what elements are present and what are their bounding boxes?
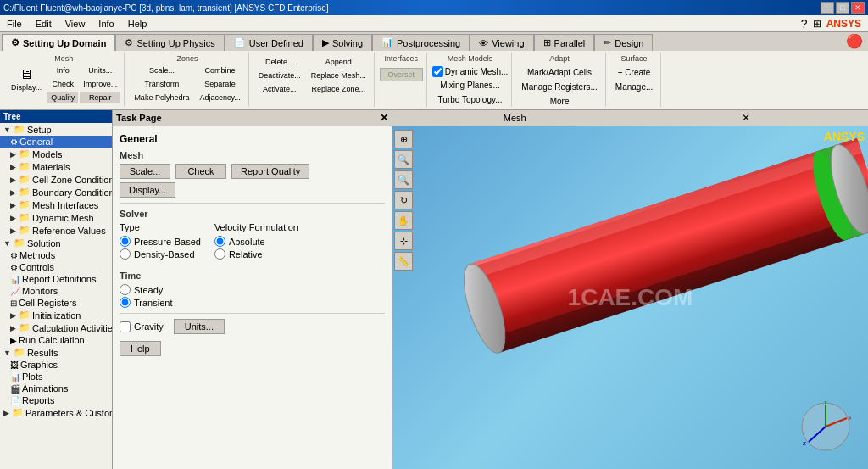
tree-monitors[interactable]: 📈 Monitors <box>0 285 112 297</box>
tree-graphics[interactable]: 🖼 Graphics <box>0 359 112 371</box>
repair-button[interactable]: Repair <box>80 92 120 103</box>
transform-button[interactable]: Transform <box>130 78 193 90</box>
turbo-topology-button[interactable]: Turbo Topology... <box>432 93 508 106</box>
units-button[interactable]: Units... <box>80 64 120 76</box>
tab-user-defined[interactable]: 📄 User Defined <box>225 34 313 51</box>
separate-button[interactable]: Separate <box>195 78 244 90</box>
tree-setup[interactable]: ▼ 📁 Setup <box>0 123 112 136</box>
make-polyhedra-button[interactable]: Make Polyhedra <box>130 92 193 103</box>
tree-run-calculation[interactable]: ▶ Run Calculation <box>0 334 112 346</box>
relative-radio[interactable] <box>214 248 225 260</box>
transient-radio[interactable] <box>120 297 131 308</box>
tree-calc-activities[interactable]: ▶ 📁 Calculation Activities <box>0 321 112 334</box>
gravity-checkbox[interactable] <box>120 321 131 332</box>
restore-button[interactable]: □ <box>836 2 849 14</box>
manage-registers-button[interactable]: Manage Registers... <box>517 81 602 93</box>
menu-info[interactable]: Info <box>92 15 120 31</box>
tree-parameters[interactable]: ▶ 📁 Parameters & Customiz... <box>0 406 112 419</box>
tree-boundary[interactable]: ▶ 📁 Boundary Conditions <box>0 186 112 198</box>
help-button[interactable]: Help <box>120 341 161 356</box>
tree-materials[interactable]: ▶ 📁 Materials <box>0 160 112 173</box>
close-button[interactable]: ✕ <box>851 2 865 14</box>
units-btn[interactable]: Units... <box>174 319 225 334</box>
activate-button[interactable]: Activate... <box>254 83 305 95</box>
relative-option[interactable]: Relative <box>214 248 298 260</box>
tree-plots[interactable]: 📊 Plots <box>0 371 112 382</box>
display-button[interactable]: 🖥 Display... <box>7 64 46 103</box>
steady-option[interactable]: Steady <box>120 284 385 295</box>
tree-animations[interactable]: 🎬 Animations <box>0 382 112 394</box>
minimize-button[interactable]: − <box>821 2 834 14</box>
steady-radio[interactable] <box>120 284 131 295</box>
delete-zones-button[interactable]: Delete... <box>254 56 305 68</box>
absolute-option[interactable]: Absolute <box>214 236 298 247</box>
menu-file[interactable]: File <box>0 15 29 31</box>
rotate-button[interactable]: ↻ <box>394 191 413 209</box>
zoom-out-button[interactable]: 🔍 <box>394 170 413 189</box>
mixing-planes-button[interactable]: Mixing Planes... <box>432 79 508 92</box>
tree-dynamic-mesh[interactable]: ▶ 📁 Dynamic Mesh <box>0 211 112 224</box>
task-report-quality-button[interactable]: Report Quality <box>231 164 309 179</box>
zoom-fit-button[interactable]: ⊕ <box>394 130 413 148</box>
more-button[interactable]: More <box>517 95 602 108</box>
density-based-radio[interactable] <box>120 248 131 260</box>
deactivate-button[interactable]: Deactivate... <box>254 70 305 81</box>
absolute-radio[interactable] <box>214 236 225 247</box>
density-based-option[interactable]: Density-Based <box>120 248 201 260</box>
tree-reference-values[interactable]: ▶ 📁 Reference Values <box>0 224 112 237</box>
tree-initialization[interactable]: ▶ 📁 Initialization <box>0 309 112 321</box>
tab-parallel[interactable]: ⊞ Parallel <box>534 34 595 51</box>
task-check-button[interactable]: Check <box>175 164 226 179</box>
tree-report-defs[interactable]: 📊 Report Definitions <box>0 273 112 285</box>
quality-button[interactable]: Quality <box>47 92 78 103</box>
check-button[interactable]: Check <box>47 78 78 90</box>
tree-reports[interactable]: 📄 Reports <box>0 394 112 406</box>
replace-mesh-button[interactable]: Replace Mesh... <box>307 70 370 81</box>
tab-viewing[interactable]: 👁 Viewing <box>470 34 533 51</box>
tree-cell-registers[interactable]: ⊞ Cell Registers <box>0 297 112 309</box>
info-button[interactable]: Info <box>47 64 78 76</box>
transient-option[interactable]: Transient <box>120 297 385 308</box>
tree-results[interactable]: ▼ 📁 Results <box>0 346 112 359</box>
pressure-based-radio[interactable] <box>120 236 131 247</box>
mesh-close-button[interactable]: ✕ <box>631 112 862 124</box>
dynamic-mesh-checkbox[interactable] <box>432 66 443 77</box>
scale-button[interactable]: Scale... <box>130 64 193 76</box>
task-display-button[interactable]: Display... <box>120 182 175 198</box>
tree-solution[interactable]: ▼ 📁 Solution <box>0 237 112 249</box>
tree-cell-zone[interactable]: ▶ 📁 Cell Zone Conditions <box>0 173 112 186</box>
tree-controls[interactable]: ⚙ Controls <box>0 261 112 273</box>
menu-help[interactable]: Help <box>121 15 154 31</box>
tree-models[interactable]: ▶ 📁 Models <box>0 148 112 160</box>
tree-item-label: Controls <box>19 262 54 272</box>
tab-solving[interactable]: ▶ Solving <box>313 34 372 51</box>
tree-general[interactable]: ⚙ General <box>0 136 112 148</box>
overset-button[interactable]: Overset <box>380 68 423 81</box>
menu-view[interactable]: View <box>58 15 92 31</box>
manage-button[interactable]: Manage... <box>611 81 657 93</box>
gravity-row[interactable]: Gravity Units... <box>120 319 385 334</box>
improve-button[interactable]: Improve... <box>80 78 120 90</box>
task-close-button[interactable]: ✕ <box>380 112 388 124</box>
replace-zone-button[interactable]: Replace Zone... <box>307 83 370 95</box>
tab-setting-up-domain[interactable]: ⚙ Setting Up Domain <box>2 34 115 51</box>
select-button[interactable]: ⊹ <box>394 232 413 250</box>
tab-design[interactable]: ✏ Design <box>594 34 653 51</box>
menu-edit[interactable]: Edit <box>29 15 58 31</box>
adjacency-button[interactable]: Adjacency... <box>195 92 244 103</box>
pressure-based-option[interactable]: Pressure-Based <box>120 236 201 247</box>
mark-adapt-cells-button[interactable]: Mark/Adapt Cells <box>517 66 602 79</box>
zoom-in-button[interactable]: 🔍 <box>394 150 413 169</box>
tab-setting-up-physics[interactable]: ⚙ Setting Up Physics <box>115 34 224 51</box>
task-scale-button[interactable]: Scale... <box>120 164 170 179</box>
pan-button[interactable]: ✋ <box>394 211 413 230</box>
tree-mesh-interfaces[interactable]: ▶ 📁 Mesh Interfaces <box>0 198 112 211</box>
append-button[interactable]: Append <box>307 56 370 68</box>
layout-icon[interactable]: ⊞ <box>813 18 821 30</box>
help-icon[interactable]: ? <box>801 17 808 31</box>
ruler-button[interactable]: 📏 <box>394 252 413 271</box>
combine-button[interactable]: Combine <box>195 64 244 76</box>
tab-postprocessing[interactable]: 📊 Postprocessing <box>372 34 470 51</box>
create-button[interactable]: + Create <box>611 66 657 79</box>
tree-methods[interactable]: ⚙ Methods <box>0 249 112 261</box>
